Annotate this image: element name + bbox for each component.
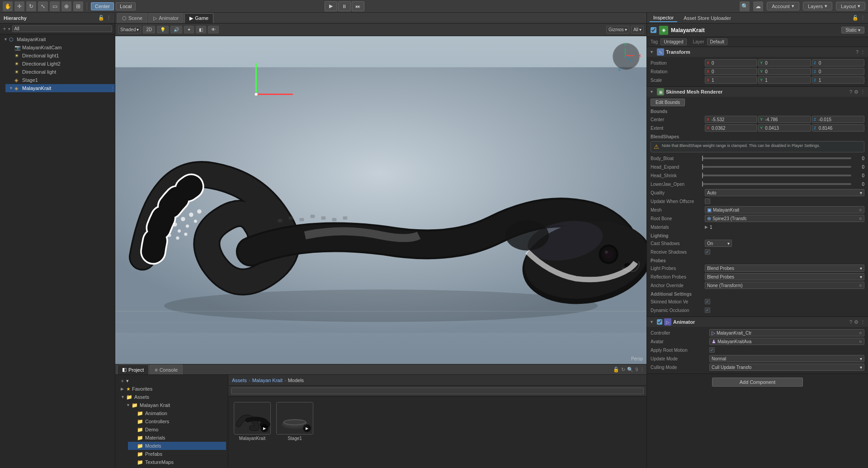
hierarchy-lock-icon[interactable]: 🔓 xyxy=(98,15,104,21)
shaded-dropdown[interactable]: Shaded ▾ xyxy=(118,26,141,33)
object-active-checkbox[interactable] xyxy=(651,27,656,33)
play-btn[interactable]: ▶ xyxy=(325,1,337,11)
mesh-ref-field[interactable]: ▣ MalayanKrait ⊙ xyxy=(705,206,864,213)
custom-tool[interactable]: ⊞ xyxy=(73,1,83,11)
bottom-refresh-icon[interactable]: ↻ xyxy=(621,367,625,373)
center-y-field[interactable]: Y -4.786 xyxy=(758,116,811,123)
search-icon[interactable]: 🔍 xyxy=(740,1,750,11)
hierarchy-item-cam[interactable]: 📷 MalayanKraitCam xyxy=(5,43,115,52)
tab-console[interactable]: ≡ Console xyxy=(150,364,183,374)
animator-enabled-checkbox[interactable] xyxy=(657,319,662,325)
transform-y-arrow[interactable] xyxy=(255,63,257,95)
folder-texturemaps[interactable]: 📁 TextureMaps xyxy=(128,458,226,466)
transform-x-arrow[interactable] xyxy=(257,94,293,95)
rotation-y-field[interactable]: Y 0 xyxy=(758,68,811,75)
scale-x-field[interactable]: X 1 xyxy=(705,76,757,84)
fx-toggle-btn[interactable]: ✦ xyxy=(184,26,194,33)
reflection-probes-dropdown[interactable]: Blend Probes ▾ xyxy=(705,273,864,280)
edit-bounds-btn[interactable]: Edit Bounds xyxy=(651,99,685,106)
hierarchy-more-icon[interactable]: ⋮ xyxy=(106,15,111,21)
asset-item-malayankrait[interactable]: ▶ MalayanKrait xyxy=(232,400,273,468)
dynamic-occlusion-checkbox[interactable] xyxy=(705,307,710,313)
scene-visibility-btn[interactable]: 👁 xyxy=(208,26,219,33)
hierarchy-dropdown-icon[interactable]: ▾ xyxy=(8,27,10,31)
extent-x-field[interactable]: X 0.0362 xyxy=(705,124,757,132)
malayankrait-more-icon[interactable]: ⋮ xyxy=(110,86,115,91)
light-probes-dropdown[interactable]: Blend Probes ▾ xyxy=(705,265,864,272)
asset-item-stage1[interactable]: ▶ Stage1 xyxy=(274,400,315,468)
tab-game[interactable]: ▶ Game xyxy=(184,13,213,23)
tab-scene[interactable]: ⬡ Scene xyxy=(117,13,147,23)
step-btn[interactable]: ⏭ xyxy=(352,1,364,11)
tab-animator[interactable]: ▷ Animator xyxy=(148,13,184,23)
center-x-field[interactable]: X -5.532 xyxy=(705,116,757,123)
extent-y-field[interactable]: Y 0.0413 xyxy=(758,124,811,132)
position-z-field[interactable]: Z 0 xyxy=(812,59,864,66)
head-expand-slider[interactable] xyxy=(702,166,851,168)
quality-dropdown[interactable]: Auto ▾ xyxy=(705,189,864,196)
viewport-gizmo[interactable]: X Y Z xyxy=(610,41,642,72)
hierarchy-item-stage1[interactable]: ◈ Stage1 xyxy=(5,76,115,84)
bottom-more-icon[interactable]: ⋮ xyxy=(640,367,645,373)
folder-models[interactable]: 📁 Models xyxy=(128,442,226,450)
folder-materials[interactable]: 📁 Materials xyxy=(128,434,226,442)
lowerjaw-open-slider[interactable] xyxy=(702,183,851,185)
smr-settings-icon[interactable]: ⚙ xyxy=(854,89,859,95)
add-component-btn[interactable]: Add Component xyxy=(712,378,803,387)
folder-texturemaptemplate[interactable]: 📁 TextureMapTemplate xyxy=(128,466,226,468)
account-btn[interactable]: Account ▾ xyxy=(767,2,799,10)
skinned-motion-checkbox[interactable] xyxy=(705,299,710,304)
animator-settings-icon[interactable]: ⚙ xyxy=(854,319,859,325)
update-mode-dropdown[interactable]: Normal ▾ xyxy=(709,355,864,362)
transform-tool[interactable]: ⊕ xyxy=(61,1,71,11)
scale-z-field[interactable]: Z 1 xyxy=(812,76,864,84)
hierarchy-item-malayankrait[interactable]: ▼ ◈ MalayanKrait ⋮ xyxy=(5,84,115,92)
hierarchy-item-dlight2[interactable]: ☀ Directional Light2 xyxy=(5,60,115,68)
rotation-x-field[interactable]: X 0 xyxy=(705,68,757,75)
apply-root-motion-checkbox[interactable] xyxy=(709,347,715,353)
pause-btn[interactable]: ⏸ xyxy=(338,1,351,11)
extent-z-field[interactable]: Z 0.8146 xyxy=(812,124,864,132)
folder-prefabs[interactable]: 📁 Prefabs xyxy=(128,450,226,458)
tag-value[interactable]: Untagged xyxy=(660,38,686,45)
hierarchy-item-dlight1[interactable]: ☀ Directional light1 xyxy=(5,52,115,60)
smr-help-icon[interactable]: ? xyxy=(849,89,852,95)
folder-favorites[interactable]: ▶ ★ Favorites xyxy=(117,385,226,393)
transform-header[interactable]: ▼ ⤡ Transform ? ⋮ xyxy=(647,47,868,57)
body-bloat-slider[interactable] xyxy=(702,157,851,159)
layout-btn[interactable]: Layout ▾ xyxy=(836,2,865,10)
tab-inspector[interactable]: Inspector xyxy=(650,14,677,22)
tab-project[interactable]: ◧ Project xyxy=(117,364,149,374)
inspector-lock-icon[interactable]: 🔓 xyxy=(852,15,859,21)
rotation-z-field[interactable]: Z 0 xyxy=(812,68,864,75)
folder-assets[interactable]: ▼ 📁 Assets xyxy=(117,393,226,401)
animator-header[interactable]: ▼ ▷ Animator ? ⚙ ⋮ xyxy=(647,317,868,327)
controller-ref-field[interactable]: ▷ MalayanKrait_Ctr ⊙ xyxy=(709,329,864,336)
scale-tool[interactable]: ⤡ xyxy=(38,1,48,11)
gizmos-dropdown[interactable]: Gizmos ▾ xyxy=(606,26,629,33)
center-z-field[interactable]: Z -0.015 xyxy=(812,116,864,123)
lighting-toggle-btn[interactable]: 💡 xyxy=(157,26,169,33)
pivot-local-btn[interactable]: Local xyxy=(116,2,136,10)
transform-help-icon[interactable]: ? xyxy=(856,49,859,55)
malayankrait-play-btn[interactable]: ▶ xyxy=(260,424,269,432)
rect-tool[interactable]: ▭ xyxy=(50,1,60,11)
bottom-search-icon[interactable]: 🔍 xyxy=(627,367,633,373)
move-tool[interactable]: ✛ xyxy=(14,1,24,11)
hierarchy-item-scene[interactable]: ▼ ⬡ MalayanKrait xyxy=(0,35,115,43)
pivot-center-btn[interactable]: Center xyxy=(91,2,114,10)
root-bone-field[interactable]: ⊕ Spine23 (Transfc ⊙ xyxy=(705,215,864,222)
inspector-more-icon[interactable]: ⋮ xyxy=(860,15,865,21)
hierarchy-add-btn[interactable]: + xyxy=(3,25,6,32)
animator-help-icon[interactable]: ? xyxy=(849,319,852,325)
cloud-icon[interactable]: ☁ xyxy=(753,1,763,11)
scene-view-effects-btn[interactable]: ◧ xyxy=(196,26,206,33)
folder-add-btn[interactable]: + ▾ xyxy=(117,377,226,385)
folder-controllers[interactable]: 📁 Controllers xyxy=(128,417,226,425)
update-offscreen-checkbox[interactable] xyxy=(705,199,710,204)
animator-more-icon[interactable]: ⋮ xyxy=(860,319,865,325)
transform-settings-icon[interactable]: ⋮ xyxy=(860,49,865,55)
folder-malayankrait[interactable]: ▼ 📁 Malayan Krait xyxy=(123,401,226,409)
hierarchy-item-dlight[interactable]: ☀ Directional light xyxy=(5,68,115,76)
hierarchy-search-input[interactable] xyxy=(12,25,112,32)
